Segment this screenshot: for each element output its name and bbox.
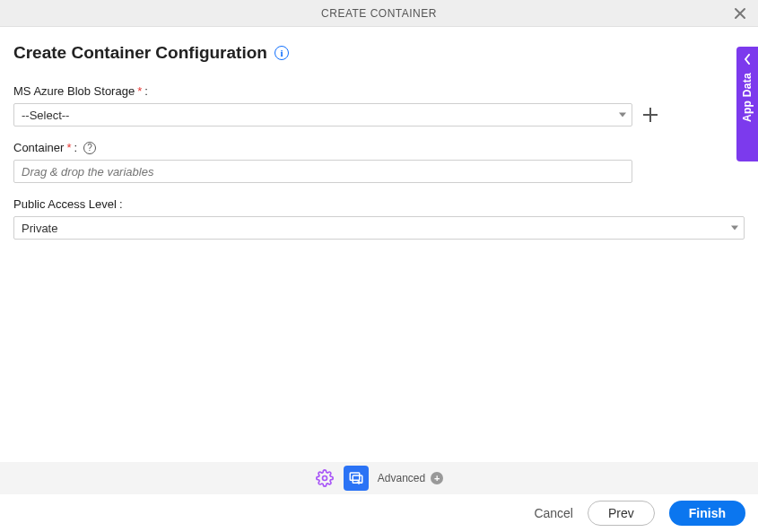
required-marker: * xyxy=(66,141,71,154)
chevron-down-icon xyxy=(619,113,626,118)
gear-icon[interactable] xyxy=(315,468,335,488)
access-label: Public Access Level : xyxy=(13,197,745,211)
chevron-down-icon xyxy=(731,226,738,231)
colon: : xyxy=(119,197,123,211)
chevron-left-icon xyxy=(744,54,751,67)
cancel-button[interactable]: Cancel xyxy=(534,506,573,520)
field-access: Public Access Level : Private xyxy=(13,197,745,240)
access-select[interactable]: Private xyxy=(13,216,745,240)
required-marker: * xyxy=(137,84,142,98)
advanced-label: Advanced xyxy=(378,472,425,484)
container-label: Container * : ? xyxy=(13,141,745,154)
access-label-text: Public Access Level xyxy=(13,197,117,211)
help-icon[interactable]: ? xyxy=(83,142,96,154)
storage-select[interactable]: --Select-- xyxy=(13,103,632,126)
access-selected-value: Private xyxy=(22,222,57,235)
app-data-label: App Data xyxy=(741,73,754,122)
storage-selected-value: --Select-- xyxy=(22,109,69,122)
info-icon[interactable]: i xyxy=(274,46,289,60)
storage-label: MS Azure Blob Storage * : xyxy=(13,84,745,98)
container-label-text: Container xyxy=(13,141,64,154)
storage-label-text: MS Azure Blob Storage xyxy=(13,84,135,98)
add-storage-button[interactable] xyxy=(641,106,659,124)
app-data-tab[interactable]: App Data xyxy=(736,47,758,161)
page-heading: Create Container Configuration i xyxy=(13,43,745,63)
page-title: Create Container Configuration xyxy=(13,43,267,63)
finish-button[interactable]: Finish xyxy=(669,501,745,526)
field-storage: MS Azure Blob Storage * : --Select-- xyxy=(13,84,745,126)
field-container: Container * : ? xyxy=(13,141,745,183)
advanced-button[interactable]: Advanced + xyxy=(378,472,443,484)
bottom-toolbar: Advanced + xyxy=(0,462,758,494)
footer: Cancel Prev Finish xyxy=(0,494,758,532)
colon: : xyxy=(144,84,148,98)
modal-title: CREATE CONTAINER xyxy=(321,7,437,20)
close-icon[interactable] xyxy=(731,4,749,22)
prev-button[interactable]: Prev xyxy=(588,501,655,526)
modal-body: Create Container Configuration i MS Azur… xyxy=(0,27,758,240)
storage-row: --Select-- xyxy=(13,103,668,126)
plus-circle-icon: + xyxy=(431,472,443,484)
modal-header: CREATE CONTAINER xyxy=(0,0,758,27)
container-input[interactable] xyxy=(13,160,632,183)
svg-rect-1 xyxy=(350,473,360,480)
svg-point-0 xyxy=(322,476,327,481)
screen-icon[interactable] xyxy=(344,466,369,491)
colon: : xyxy=(74,141,77,154)
